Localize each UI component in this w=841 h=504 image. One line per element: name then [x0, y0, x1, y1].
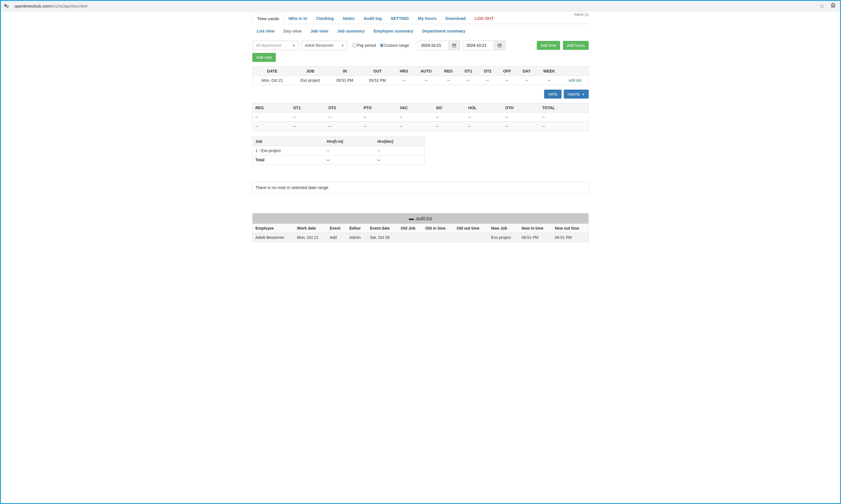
- subnav-list-view[interactable]: List view: [252, 26, 279, 36]
- job-summary-table: Job Hrs(h:m) Hrs(dec) 1 - Exo project --…: [252, 137, 425, 165]
- cell-hrs: --: [394, 76, 414, 85]
- subnav-job-view[interactable]: Job view: [306, 26, 333, 36]
- svg-rect-16: [500, 46, 501, 46]
- bookmark-star-icon[interactable]: ☆: [818, 3, 826, 10]
- col-event: Event: [327, 224, 346, 233]
- caret-down-icon: ▼: [582, 93, 585, 96]
- col-total: TOTAL: [539, 103, 588, 112]
- add-time-button[interactable]: Add time: [537, 41, 560, 50]
- col-ot2: OT2: [478, 67, 497, 76]
- cell-off: --: [497, 76, 517, 85]
- col-new-out: New out time: [552, 224, 588, 233]
- cell-editor: Admin: [346, 233, 367, 242]
- svg-rect-9: [455, 46, 456, 46]
- cell-job: Exo project: [292, 76, 329, 85]
- col-old-in: Old in time: [423, 224, 454, 233]
- cell-work-date: Mon, Oct 21: [294, 233, 327, 242]
- totals-table: REG OT1 OT2 PTO VAC SIC HOL OTH TOTAL --…: [252, 103, 589, 131]
- custom-range-radio[interactable]: Custom range: [380, 43, 409, 48]
- date-end-input[interactable]: [463, 41, 494, 50]
- col-work-date: Work date: [294, 224, 327, 233]
- cell-ot2: --: [478, 76, 497, 85]
- radio-icon: [353, 43, 357, 47]
- subnav-job-summary[interactable]: Job summary: [333, 26, 369, 36]
- col-auto: AUTO: [414, 67, 438, 76]
- svg-rect-8: [454, 46, 455, 46]
- site-settings-icon[interactable]: [4, 3, 9, 9]
- department-select[interactable]: All department ▼: [252, 41, 298, 50]
- sub-nav: List view Day view Job view Job summary …: [252, 24, 589, 38]
- svg-point-2: [7, 5, 8, 7]
- col-ot2: OT2: [325, 103, 361, 112]
- radio-icon: [380, 43, 384, 47]
- cell-ot1: --: [459, 76, 478, 85]
- nav-my-hours[interactable]: My hours: [413, 13, 441, 24]
- col-actions: [562, 67, 589, 76]
- col-day: DAY: [517, 67, 536, 76]
- nav-notes[interactable]: Notes: [338, 13, 359, 24]
- caret-down-icon: ▼: [341, 44, 344, 47]
- nav-log-out[interactable]: LOG OUT: [470, 13, 498, 24]
- cell-employee: Adele Bessemer: [253, 233, 294, 242]
- nav-download[interactable]: Download: [441, 13, 470, 24]
- subnav-department-summary[interactable]: Department summary: [418, 26, 470, 36]
- filter-toolbar: All department ▼ Adele Bessemer ▼ Pay pe…: [252, 38, 589, 66]
- reports-button[interactable]: reports ▼: [564, 90, 589, 98]
- calendar-icon: [452, 43, 457, 48]
- edit-link[interactable]: edit: [569, 78, 575, 83]
- url-path: /m1/mDayView.html: [50, 4, 87, 8]
- employee-select[interactable]: Adele Bessemer ▼: [301, 41, 347, 50]
- timelog-table: DATE JOB IN OUT HRS AUTO REG OT1 OT2 OFF…: [252, 66, 589, 85]
- col-hrs-dec: Hrs(dec): [375, 137, 425, 146]
- svg-rect-14: [498, 46, 499, 46]
- date-start-group: [417, 41, 460, 50]
- date-end-calendar-button[interactable]: [494, 41, 505, 50]
- col-hol: HOL: [466, 103, 503, 112]
- cell-old-job: [398, 233, 423, 242]
- nav-clocking[interactable]: Clocking: [312, 13, 338, 24]
- extensions-icon[interactable]: [829, 3, 837, 9]
- date-start-calendar-button[interactable]: [449, 41, 460, 50]
- cell-out: 09:51 PM: [361, 76, 394, 85]
- audit-log-table: Employee Work date Event Editor Event da…: [253, 224, 588, 242]
- verify-button[interactable]: verify: [544, 90, 561, 98]
- nav-time-cards[interactable]: Time cards: [252, 13, 284, 24]
- col-old-out: Old out time: [454, 224, 488, 233]
- cell-new-out: 09:51 PM: [552, 233, 588, 242]
- delete-link[interactable]: del: [576, 78, 581, 83]
- col-employee: Employee: [253, 224, 294, 233]
- subnav-employee-summary[interactable]: Employee summary: [369, 26, 418, 36]
- cell-reg: --: [438, 76, 459, 85]
- nav-setting[interactable]: SETTING: [386, 13, 413, 24]
- cell-new-job: Exo project: [488, 233, 519, 242]
- subnav-day-view[interactable]: Day view: [279, 26, 306, 36]
- col-job: JOB: [292, 67, 329, 76]
- cell-week: --: [536, 76, 562, 85]
- add-hours-button[interactable]: Add hours: [563, 41, 589, 50]
- notes-empty-message: There is no note in selected date range: [252, 181, 589, 194]
- col-date: DATE: [253, 67, 292, 76]
- date-start-input[interactable]: [417, 41, 449, 50]
- cell-new-in: 09:51 PM: [519, 233, 552, 242]
- col-vac: VAC: [397, 103, 433, 112]
- department-select-value: All department: [256, 43, 281, 48]
- table-row: Mon, Oct 21 Exo project 09:51 PM 09:51 P…: [253, 76, 589, 85]
- main-nav: Admin (1) Time cards Who is in Clocking …: [252, 12, 589, 24]
- audit-log-link[interactable]: audit log: [415, 216, 432, 220]
- col-pto: PTO: [361, 103, 397, 112]
- minus-icon: ▬: [409, 216, 414, 221]
- cell-day: --: [517, 76, 536, 85]
- url-field[interactable]: opentimeclock.com/m1/mDayView.html: [12, 2, 815, 10]
- date-end-group: [463, 41, 505, 50]
- table-row: ------------------: [253, 112, 589, 122]
- col-new-in: New in time: [519, 224, 552, 233]
- pay-period-radio[interactable]: Pay period: [353, 43, 376, 48]
- col-event-date: Event date: [367, 224, 398, 233]
- add-note-button[interactable]: Add note: [252, 53, 276, 62]
- nav-who-is-in[interactable]: Who is in: [284, 13, 312, 24]
- audit-log-header[interactable]: ▬ audit log: [253, 213, 588, 224]
- col-new-job: New Job: [488, 224, 519, 233]
- nav-audit-log[interactable]: Audit log: [359, 13, 386, 24]
- caret-down-icon: ▼: [292, 44, 295, 47]
- cell-old-in: [423, 233, 454, 242]
